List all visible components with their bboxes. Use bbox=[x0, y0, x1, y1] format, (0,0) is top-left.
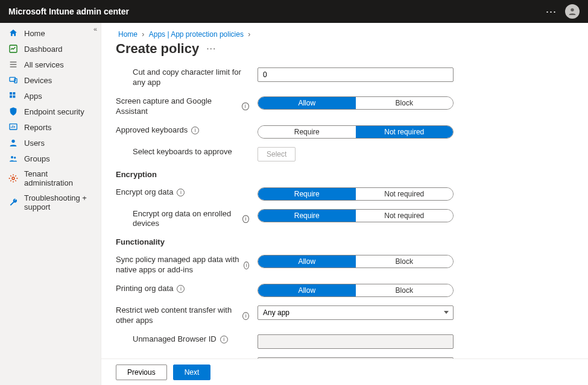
svg-point-15 bbox=[12, 177, 14, 180]
svg-rect-2 bbox=[10, 61, 17, 62]
nav-troubleshooting[interactable]: Troubleshooting + support bbox=[0, 190, 101, 214]
svg-rect-3 bbox=[10, 64, 17, 64]
toggle-not-required[interactable]: Not required bbox=[356, 188, 454, 200]
svg-point-0 bbox=[571, 8, 574, 11]
nav-groups[interactable]: Groups bbox=[0, 151, 101, 166]
nav-label: Reports bbox=[24, 123, 52, 132]
nav-label: All services bbox=[24, 60, 64, 69]
toggle-require[interactable]: Require bbox=[258, 210, 356, 222]
restrict-web-select[interactable] bbox=[258, 305, 454, 320]
sidebar-collapse[interactable]: « bbox=[93, 25, 97, 33]
nav-apps[interactable]: Apps bbox=[0, 88, 101, 104]
encrypt-org-toggle[interactable]: Require Not required bbox=[258, 187, 454, 201]
nav-reports[interactable]: Reports bbox=[0, 119, 101, 135]
approved-keyboards-toggle[interactable]: Require Not required bbox=[258, 125, 454, 139]
apps-icon bbox=[8, 91, 18, 101]
gear-icon bbox=[8, 174, 18, 183]
toggle-require[interactable]: Require bbox=[258, 188, 356, 200]
svg-rect-4 bbox=[10, 66, 17, 67]
breadcrumb-apps[interactable]: Apps | App protection policies bbox=[149, 30, 244, 39]
chevron-right-icon: › bbox=[142, 30, 144, 39]
toggle-block[interactable]: Block bbox=[356, 97, 454, 109]
toggle-allow[interactable]: Allow bbox=[258, 255, 356, 268]
toggle-allow[interactable]: Allow bbox=[258, 97, 356, 109]
nav-label: Apps bbox=[24, 92, 42, 101]
toggle-block[interactable]: Block bbox=[356, 255, 454, 268]
svg-rect-7 bbox=[10, 92, 12, 95]
info-icon[interactable]: i bbox=[177, 285, 185, 293]
nav-endpoint-security[interactable]: Endpoint security bbox=[0, 104, 101, 119]
info-icon[interactable]: i bbox=[177, 189, 185, 196]
wizard-footer: Previous Next bbox=[101, 358, 588, 385]
group-icon bbox=[8, 154, 18, 163]
info-icon[interactable]: i bbox=[242, 215, 249, 223]
devices-icon bbox=[8, 75, 18, 85]
nav-all-services[interactable]: All services bbox=[0, 57, 101, 72]
cut-copy-limit-input[interactable] bbox=[258, 67, 454, 82]
list-icon bbox=[8, 60, 18, 69]
page-more[interactable]: ··· bbox=[206, 43, 216, 54]
topbar: Microsoft Intune admin center ··· bbox=[0, 0, 588, 23]
info-icon[interactable]: i bbox=[220, 336, 228, 343]
nav-label: Tenant administration bbox=[24, 169, 93, 187]
nav-devices[interactable]: Devices bbox=[0, 72, 101, 88]
reports-icon bbox=[8, 122, 18, 132]
info-icon[interactable]: i bbox=[242, 102, 249, 110]
encrypt-enrolled-label: Encrypt org data on enrolled devices bbox=[133, 209, 239, 230]
encrypt-enrolled-toggle[interactable]: Require Not required bbox=[258, 209, 454, 222]
page-title: Create policy bbox=[116, 41, 199, 57]
svg-rect-9 bbox=[10, 95, 12, 98]
user-icon bbox=[8, 138, 18, 148]
content: Home › Apps | App protection policies › … bbox=[101, 23, 588, 385]
nav-home[interactable]: Home bbox=[0, 25, 101, 41]
svg-point-14 bbox=[14, 157, 16, 158]
nav-tenant-admin[interactable]: Tenant administration bbox=[0, 166, 101, 190]
nav-label: Dashboard bbox=[24, 45, 63, 54]
info-icon[interactable]: i bbox=[242, 312, 249, 320]
toggle-not-required[interactable]: Not required bbox=[356, 126, 454, 138]
wrench-icon bbox=[8, 198, 18, 207]
chevron-right-icon: › bbox=[248, 30, 250, 39]
select-keyboards-label: Select keyboards to approve bbox=[133, 147, 232, 157]
sidebar: « Home Dashboard All services Devices Ap… bbox=[0, 23, 101, 385]
screen-capture-toggle[interactable]: Allow Block bbox=[258, 96, 454, 110]
nav-label: Groups bbox=[24, 154, 50, 163]
svg-point-12 bbox=[11, 140, 14, 143]
svg-rect-10 bbox=[13, 95, 15, 98]
toggle-block[interactable]: Block bbox=[356, 284, 454, 296]
sync-policy-label: Sync policy managed app data with native… bbox=[116, 255, 240, 275]
toggle-allow[interactable]: Allow bbox=[258, 284, 356, 296]
sync-policy-toggle[interactable]: Allow Block bbox=[258, 255, 454, 268]
dashboard-icon bbox=[8, 44, 18, 54]
nav-users[interactable]: Users bbox=[0, 135, 101, 151]
unmanaged-browser-id-input bbox=[258, 334, 454, 349]
toggle-not-required[interactable]: Not required bbox=[356, 210, 454, 222]
unmanaged-browser-id-label: Unmanaged Browser ID bbox=[133, 334, 217, 345]
topbar-more[interactable]: ··· bbox=[546, 5, 557, 18]
next-button[interactable]: Next bbox=[173, 365, 211, 380]
printing-toggle[interactable]: Allow Block bbox=[258, 284, 454, 297]
shield-icon bbox=[8, 107, 18, 116]
encrypt-org-label: Encrypt org data bbox=[116, 187, 173, 198]
toggle-require[interactable]: Require bbox=[258, 126, 356, 138]
breadcrumb: Home › Apps | App protection policies › bbox=[116, 30, 574, 39]
nav-label: Troubleshooting + support bbox=[24, 193, 93, 211]
previous-button[interactable]: Previous bbox=[116, 365, 167, 380]
brand-title: Microsoft Intune admin center bbox=[8, 7, 129, 16]
nav-label: Devices bbox=[24, 76, 52, 85]
section-functionality: Functionality bbox=[116, 237, 568, 246]
person-icon bbox=[567, 7, 577, 16]
info-icon[interactable]: i bbox=[191, 127, 199, 134]
section-encryption: Encryption bbox=[116, 170, 568, 179]
printing-label: Printing org data bbox=[116, 284, 173, 294]
home-icon bbox=[8, 28, 18, 38]
nav-label: Users bbox=[24, 139, 45, 148]
cut-copy-limit-label: Cut and copy character limit for any app bbox=[133, 67, 249, 88]
nav-dashboard[interactable]: Dashboard bbox=[0, 41, 101, 57]
user-avatar[interactable] bbox=[565, 4, 580, 19]
breadcrumb-home[interactable]: Home bbox=[118, 30, 138, 39]
select-keyboards-button: Select bbox=[258, 147, 296, 161]
info-icon[interactable]: i bbox=[244, 261, 249, 269]
restrict-web-label: Restrict web content transfer with other… bbox=[116, 305, 239, 326]
nav-label: Home bbox=[24, 29, 45, 38]
